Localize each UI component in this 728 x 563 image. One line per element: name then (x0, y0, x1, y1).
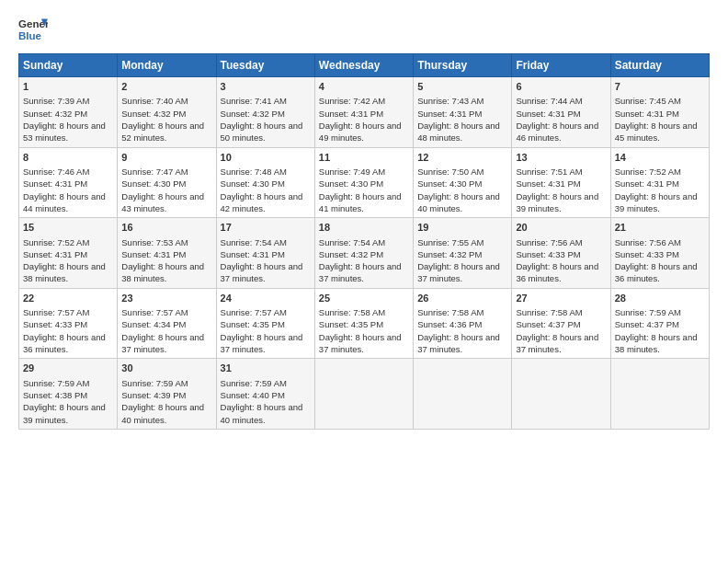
calendar-cell: 22Sunrise: 7:57 AMSunset: 4:33 PMDayligh… (19, 288, 118, 359)
day-number: 21 (615, 221, 705, 235)
week-row-5: 29Sunrise: 7:59 AMSunset: 4:38 PMDayligh… (19, 359, 710, 430)
day-number: 31 (221, 362, 311, 375)
day-number: 16 (121, 221, 211, 235)
day-number: 19 (417, 221, 507, 235)
day-number: 9 (121, 151, 211, 165)
day-number: 6 (516, 80, 606, 94)
calendar-cell: 26Sunrise: 7:58 AMSunset: 4:36 PMDayligh… (414, 288, 512, 359)
calendar-cell: 9Sunrise: 7:47 AMSunset: 4:30 PMDaylight… (118, 147, 216, 218)
day-number: 8 (23, 151, 113, 165)
day-number: 27 (516, 292, 606, 305)
logo-icon: General Blue (18, 15, 48, 44)
calendar-cell: 12Sunrise: 7:50 AMSunset: 4:30 PMDayligh… (414, 147, 512, 218)
calendar-cell: 18Sunrise: 7:54 AMSunset: 4:32 PMDayligh… (314, 218, 413, 289)
calendar-cell: 21Sunrise: 7:56 AMSunset: 4:33 PMDayligh… (610, 218, 709, 289)
calendar-cell (414, 359, 512, 430)
calendar-cell: 31Sunrise: 7:59 AMSunset: 4:40 PMDayligh… (216, 359, 314, 430)
day-number: 5 (417, 80, 507, 94)
calendar-cell: 8Sunrise: 7:46 AMSunset: 4:31 PMDaylight… (19, 147, 118, 218)
calendar-cell: 7Sunrise: 7:45 AMSunset: 4:31 PMDaylight… (610, 77, 709, 148)
day-number: 22 (23, 292, 113, 305)
week-row-4: 22Sunrise: 7:57 AMSunset: 4:33 PMDayligh… (19, 288, 710, 359)
header: General Blue (18, 15, 710, 44)
col-header-wednesday: Wednesday (314, 54, 413, 77)
calendar-cell: 5Sunrise: 7:43 AMSunset: 4:31 PMDaylight… (414, 77, 512, 148)
calendar-cell: 27Sunrise: 7:58 AMSunset: 4:37 PMDayligh… (512, 288, 610, 359)
day-number: 13 (516, 151, 606, 165)
day-number: 18 (319, 221, 409, 235)
day-number: 10 (221, 151, 311, 165)
day-number: 1 (23, 80, 113, 94)
calendar-cell: 1Sunrise: 7:39 AMSunset: 4:32 PMDaylight… (19, 77, 118, 148)
day-number: 25 (319, 292, 409, 305)
calendar-cell: 15Sunrise: 7:52 AMSunset: 4:31 PMDayligh… (19, 218, 118, 289)
calendar-cell: 30Sunrise: 7:59 AMSunset: 4:39 PMDayligh… (118, 359, 216, 430)
calendar-cell: 3Sunrise: 7:41 AMSunset: 4:32 PMDaylight… (216, 77, 314, 148)
calendar-cell (314, 359, 413, 430)
col-header-saturday: Saturday (610, 54, 709, 77)
week-row-2: 8Sunrise: 7:46 AMSunset: 4:31 PMDaylight… (19, 147, 710, 218)
col-header-sunday: Sunday (19, 54, 118, 77)
calendar-cell: 17Sunrise: 7:54 AMSunset: 4:31 PMDayligh… (216, 218, 314, 289)
calendar-cell: 20Sunrise: 7:56 AMSunset: 4:33 PMDayligh… (512, 218, 610, 289)
calendar-cell: 25Sunrise: 7:58 AMSunset: 4:35 PMDayligh… (314, 288, 413, 359)
calendar-cell: 11Sunrise: 7:49 AMSunset: 4:30 PMDayligh… (314, 147, 413, 218)
day-number: 24 (221, 292, 311, 305)
day-number: 12 (417, 151, 507, 165)
col-header-thursday: Thursday (414, 54, 512, 77)
svg-text:Blue: Blue (18, 30, 42, 41)
day-number: 15 (23, 221, 113, 235)
page: General Blue SundayMondayTuesdayWednesda… (0, 0, 728, 563)
calendar-cell: 28Sunrise: 7:59 AMSunset: 4:37 PMDayligh… (610, 288, 709, 359)
calendar-cell: 16Sunrise: 7:53 AMSunset: 4:31 PMDayligh… (118, 218, 216, 289)
calendar-table: SundayMondayTuesdayWednesdayThursdayFrid… (18, 53, 710, 430)
week-row-3: 15Sunrise: 7:52 AMSunset: 4:31 PMDayligh… (19, 218, 710, 289)
calendar-cell (610, 359, 709, 430)
col-header-monday: Monday (118, 54, 216, 77)
calendar-cell: 6Sunrise: 7:44 AMSunset: 4:31 PMDaylight… (512, 77, 610, 148)
calendar-cell: 24Sunrise: 7:57 AMSunset: 4:35 PMDayligh… (216, 288, 314, 359)
calendar-cell: 23Sunrise: 7:57 AMSunset: 4:34 PMDayligh… (118, 288, 216, 359)
day-number: 28 (615, 292, 705, 305)
calendar-cell: 19Sunrise: 7:55 AMSunset: 4:32 PMDayligh… (414, 218, 512, 289)
calendar-cell: 2Sunrise: 7:40 AMSunset: 4:32 PMDaylight… (118, 77, 216, 148)
day-number: 4 (319, 80, 409, 94)
col-header-tuesday: Tuesday (216, 54, 314, 77)
calendar-cell: 14Sunrise: 7:52 AMSunset: 4:31 PMDayligh… (610, 147, 709, 218)
header-row: SundayMondayTuesdayWednesdayThursdayFrid… (19, 54, 710, 77)
day-number: 29 (23, 362, 113, 375)
calendar-cell: 13Sunrise: 7:51 AMSunset: 4:31 PMDayligh… (512, 147, 610, 218)
logo: General Blue (18, 15, 48, 44)
day-number: 3 (221, 80, 311, 94)
day-number: 26 (417, 292, 507, 305)
day-number: 14 (615, 151, 705, 165)
day-number: 17 (221, 221, 311, 235)
day-number: 20 (516, 221, 606, 235)
calendar-cell: 10Sunrise: 7:48 AMSunset: 4:30 PMDayligh… (216, 147, 314, 218)
day-number: 23 (121, 292, 211, 305)
week-row-1: 1Sunrise: 7:39 AMSunset: 4:32 PMDaylight… (19, 77, 710, 148)
day-number: 11 (319, 151, 409, 165)
calendar-cell: 29Sunrise: 7:59 AMSunset: 4:38 PMDayligh… (19, 359, 118, 430)
day-number: 30 (121, 362, 211, 375)
calendar-cell (512, 359, 610, 430)
calendar-cell: 4Sunrise: 7:42 AMSunset: 4:31 PMDaylight… (314, 77, 413, 148)
day-number: 2 (121, 80, 211, 94)
day-number: 7 (615, 80, 705, 94)
col-header-friday: Friday (512, 54, 610, 77)
